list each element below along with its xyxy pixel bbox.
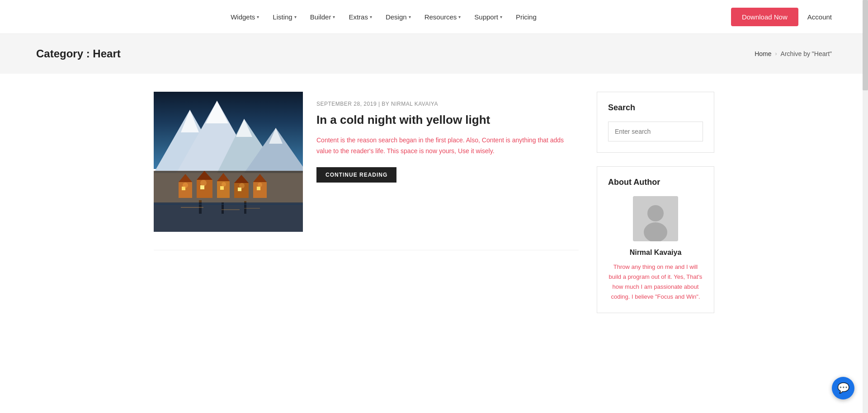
- svg-point-34: [222, 182, 226, 187]
- chevron-down-icon: ▾: [458, 14, 461, 19]
- posts-area: SEPTEMBER 28, 2019 | BY NIRMAL KAVAIYA I…: [154, 92, 579, 327]
- author-avatar: [633, 196, 678, 241]
- chevron-down-icon: ▾: [294, 14, 297, 19]
- breadcrumb-home[interactable]: Home: [755, 50, 771, 57]
- nav-listing[interactable]: Listing ▾: [273, 13, 296, 21]
- nav-resources[interactable]: Resources ▾: [425, 13, 461, 21]
- chevron-down-icon: ▾: [370, 14, 372, 19]
- svg-rect-27: [154, 202, 303, 232]
- main-content: SEPTEMBER 28, 2019 | BY NIRMAL KAVAIYA I…: [118, 74, 750, 345]
- breadcrumb-separator: ›: [775, 51, 777, 57]
- svg-point-39: [644, 222, 667, 241]
- nav-extras[interactable]: Extras ▾: [349, 13, 372, 21]
- svg-point-33: [200, 180, 207, 186]
- header: Widgets ▾ Listing ▾ Builder ▾ Extras ▾ D…: [0, 0, 868, 34]
- header-right: Download Now Account: [731, 8, 832, 26]
- author-bio: Throw any thing on me and I will build a…: [608, 262, 703, 302]
- nav-support[interactable]: Support ▾: [474, 13, 502, 21]
- avatar-svg: [633, 196, 678, 241]
- nav-extras-label: Extras: [349, 13, 368, 21]
- post-content: SEPTEMBER 28, 2019 | BY NIRMAL KAVAIYA I…: [303, 92, 579, 232]
- post-card: SEPTEMBER 28, 2019 | BY NIRMAL KAVAIYA I…: [154, 92, 579, 250]
- svg-point-38: [647, 205, 664, 221]
- svg-point-36: [258, 183, 262, 187]
- chevron-down-icon: ▾: [500, 14, 502, 19]
- post-meta: SEPTEMBER 28, 2019 | BY NIRMAL KAVAIYA: [316, 101, 565, 107]
- download-now-button[interactable]: Download Now: [731, 8, 798, 26]
- svg-marker-5: [206, 101, 228, 123]
- breadcrumb-banner: Category : Heart Home › Archive by "Hear…: [0, 34, 868, 74]
- sidebar: Search ⌕ About Author Nirmal Kavaiya Thr…: [597, 92, 714, 327]
- nav-widgets[interactable]: Widgets ▾: [231, 13, 259, 21]
- search-widget-title: Search: [608, 103, 703, 113]
- svg-rect-28: [154, 204, 303, 205]
- svg-rect-29: [181, 207, 203, 208]
- nav-listing-label: Listing: [273, 13, 292, 21]
- breadcrumb: Home › Archive by "Heart": [755, 50, 832, 57]
- search-input[interactable]: [609, 122, 700, 141]
- account-link[interactable]: Account: [807, 13, 832, 21]
- chevron-down-icon: ▾: [257, 14, 259, 19]
- search-button[interactable]: ⌕: [700, 122, 703, 141]
- main-nav: Widgets ▾ Listing ▾ Builder ▾ Extras ▾ D…: [36, 13, 731, 21]
- scrollbar-thumb[interactable]: [863, 0, 868, 90]
- post-excerpt: Content is the reason search began in th…: [316, 135, 565, 157]
- nav-widgets-label: Widgets: [231, 13, 255, 21]
- nav-pricing-label: Pricing: [516, 13, 537, 21]
- category-title: Category : Heart: [36, 47, 121, 60]
- svg-point-32: [183, 183, 188, 188]
- svg-rect-30: [222, 209, 240, 210]
- search-box: ⌕: [608, 122, 703, 141]
- nav-pricing[interactable]: Pricing: [516, 13, 537, 21]
- svg-rect-17: [220, 186, 224, 190]
- post-title: In a cold night with yellow light: [316, 113, 565, 128]
- svg-rect-23: [257, 187, 260, 190]
- search-widget: Search ⌕: [597, 92, 714, 153]
- svg-point-35: [239, 183, 245, 188]
- breadcrumb-current: Archive by "Heart": [781, 50, 832, 57]
- about-author-title: About Author: [608, 178, 703, 187]
- nav-builder-label: Builder: [310, 13, 331, 21]
- post-image: [154, 92, 303, 232]
- post-scene: [154, 92, 303, 232]
- nav-builder[interactable]: Builder ▾: [310, 13, 335, 21]
- scrollbar[interactable]: [863, 0, 868, 345]
- about-author-widget: About Author Nirmal Kavaiya Throw any th…: [597, 166, 714, 313]
- chevron-down-icon: ▾: [409, 14, 411, 19]
- mountain-svg: [154, 92, 303, 232]
- svg-rect-31: [244, 208, 260, 209]
- chevron-down-icon: ▾: [333, 14, 335, 19]
- continue-reading-button[interactable]: CONTINUE READING: [316, 167, 396, 183]
- nav-support-label: Support: [474, 13, 498, 21]
- nav-design-label: Design: [386, 13, 407, 21]
- nav-resources-label: Resources: [425, 13, 457, 21]
- nav-design[interactable]: Design ▾: [386, 13, 411, 21]
- author-name: Nirmal Kavaiya: [608, 249, 703, 257]
